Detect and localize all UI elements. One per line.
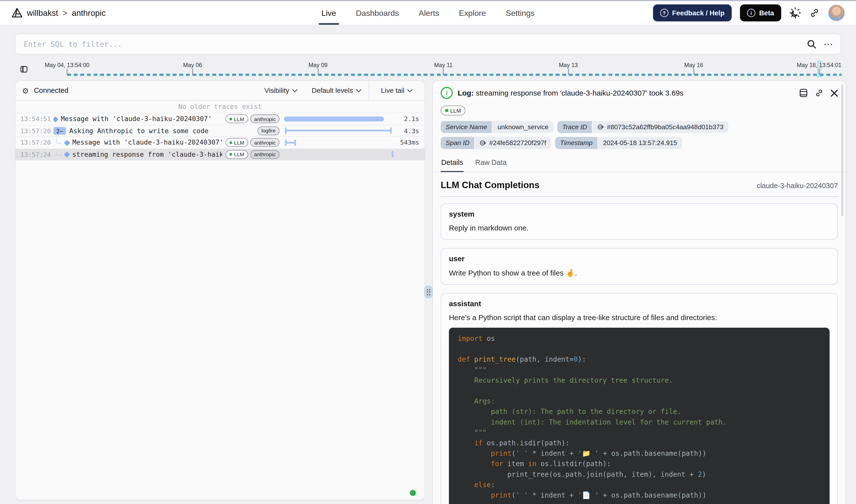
control-label: Live tail xyxy=(381,87,404,94)
trace-row[interactable]: 13:57:24streaming response from 'claude-… xyxy=(15,149,424,161)
timeline-tick-stem xyxy=(443,69,443,75)
reader-view-icon[interactable] xyxy=(799,89,807,97)
copy-link-icon[interactable] xyxy=(815,89,824,97)
tab-details[interactable]: Details xyxy=(441,156,464,172)
code-token: '📄 ' xyxy=(578,491,599,499)
breadcrumb-org[interactable]: willbakst xyxy=(27,8,58,18)
chevron-down-icon xyxy=(292,89,297,92)
code-token: path (str): The path to the directory or… xyxy=(458,408,681,416)
trace-row-main: Message with 'claude-3-haiku-20240307' xyxy=(53,115,223,123)
badge-label: anthropic xyxy=(254,151,276,157)
trace-message: Asking Anthropic to write some code xyxy=(69,127,209,135)
tag-badge: anthropic xyxy=(250,150,279,159)
llm-dot-icon xyxy=(230,118,232,120)
timeline-tick-label: May 06 xyxy=(183,61,202,68)
feedback-help-button[interactable]: ? Feedback / Help xyxy=(653,4,732,21)
code-line: import os xyxy=(458,333,821,344)
attr-chip-value[interactable]: #8073c52a62ffb9ba05c4aa948d01b373 xyxy=(593,121,729,133)
settings-gear-icon[interactable]: ⚙ xyxy=(22,86,29,95)
timeline-tick-stem xyxy=(67,69,67,75)
sql-filter-input[interactable] xyxy=(22,39,800,49)
code-line: for item in os.listdir(path): xyxy=(458,458,821,469)
nav-item-explore[interactable]: Explore xyxy=(459,1,486,25)
code-line xyxy=(458,344,821,354)
code-line: indent (int): The indentation level for … xyxy=(458,417,821,427)
detail-title-prefix: Log: xyxy=(458,89,474,97)
attribute-chips: Service Nameunknown_serviceTrace ID#8073… xyxy=(441,121,838,149)
code-line: Args: xyxy=(458,396,821,406)
badge-label: LLM xyxy=(234,151,244,157)
control-visibility[interactable]: Visibility xyxy=(257,81,305,100)
avatar[interactable] xyxy=(828,4,845,21)
duration-bar-track xyxy=(284,115,394,123)
code-token: * indent + xyxy=(528,491,578,499)
code-token: for xyxy=(491,460,503,468)
search-icon[interactable] xyxy=(807,39,816,49)
duration-bar-track xyxy=(284,127,394,134)
code-line: print(' ' * indent + '📄 ' + os.path.base… xyxy=(458,490,821,500)
code-token: print_tree(os.path.join(path, item), ind… xyxy=(458,470,698,478)
trace-list-panel: ⚙ Connected VisibilityDefault levelsLive… xyxy=(15,80,425,500)
control-live-tail[interactable]: Live tail xyxy=(368,81,424,100)
llm-badge: LLM xyxy=(226,150,248,159)
trace-message: streaming response from 'claude-3-haiku-… xyxy=(72,150,223,158)
trace-row[interactable]: 13:57:20Message with 'claude-3-haiku-202… xyxy=(15,137,424,149)
control-default-levels[interactable]: Default levels xyxy=(305,81,369,100)
detail-scrollbar-thumb[interactable] xyxy=(841,84,843,216)
chevron-down-icon xyxy=(407,89,413,92)
code-line: path (str): The path to the directory or… xyxy=(458,406,821,417)
more-options-icon[interactable]: ⋯ xyxy=(824,39,834,49)
trace-row-main: 2−Asking Anthropic to write some code xyxy=(53,127,254,135)
timeline-tick-stem xyxy=(568,69,569,75)
info-circle-icon: i xyxy=(747,9,755,17)
attr-chip-label: Span ID xyxy=(441,137,474,149)
tag-badge: anthropic xyxy=(250,138,279,147)
timeline-tick-stem xyxy=(192,69,193,75)
attr-chip-value[interactable]: #24fe5822720f297f xyxy=(475,137,551,149)
nav-item-live[interactable]: Live xyxy=(321,1,336,25)
timeline-tick-stem xyxy=(819,69,819,75)
trace-row[interactable]: 13:57:202−Asking Anthropic to write some… xyxy=(15,125,424,137)
trace-row[interactable]: 13:54:51Message with 'claude-3-haiku-202… xyxy=(15,113,424,125)
badge-label: logfire xyxy=(261,128,276,134)
detail-header: i Log: streaming response from 'claude-3… xyxy=(433,81,845,99)
message-role: system xyxy=(449,210,829,218)
tab-raw-data[interactable]: Raw Data xyxy=(475,156,507,172)
panel-resize-handle[interactable] xyxy=(424,285,433,299)
attr-chip-value-text: unknown_service xyxy=(497,123,548,131)
code-token xyxy=(458,491,491,499)
collapse-toggle[interactable]: 2− xyxy=(53,127,66,135)
duration-bar-cap xyxy=(285,140,286,146)
close-icon[interactable] xyxy=(831,89,838,96)
nav-item-dashboards[interactable]: Dashboards xyxy=(356,1,399,25)
code-token: + os.path.basename(path)) xyxy=(599,449,706,457)
attr-chip-value: 2024-05-18 13:57:24.915 xyxy=(598,137,682,149)
breadcrumb-project[interactable]: anthropic xyxy=(72,8,106,18)
trace-rows: 13:54:51Message with 'claude-3-haiku-202… xyxy=(15,113,424,161)
share-link-icon[interactable] xyxy=(809,8,820,18)
logfire-logo-icon[interactable] xyxy=(11,7,23,19)
app-header: willbakst > anthropic LiveDashboardsAler… xyxy=(0,1,856,25)
timeline-tick-label: May 13 xyxy=(559,61,578,68)
nav-item-settings[interactable]: Settings xyxy=(506,1,535,25)
sidebar-toggle-button[interactable] xyxy=(17,62,31,76)
code-token xyxy=(458,449,491,457)
timeline[interactable]: May 04, 13:54:00May 06May 09May 11May 13… xyxy=(52,58,842,80)
code-token: ( xyxy=(511,491,516,499)
attr-chip-value-text: 2024-05-18 13:57:24.915 xyxy=(603,139,677,147)
nav-item-alerts[interactable]: Alerts xyxy=(419,1,439,25)
llm-tag-pill: LLM xyxy=(441,106,466,115)
theme-toggle-icon[interactable] xyxy=(789,7,801,19)
code-token: 2 xyxy=(698,470,702,478)
attr-chip-timestamp: Timestamp2024-05-18 13:57:24.915 xyxy=(555,137,682,149)
app: willbakst > anthropic LiveDashboardsAler… xyxy=(0,0,856,504)
llm-dot-icon xyxy=(445,109,448,112)
beta-button[interactable]: i Beta xyxy=(740,4,781,21)
message-card-system: systemReply in markdown one. xyxy=(441,203,838,240)
attr-chip-trace-id: Trace ID#8073c52a62ffb9ba05c4aa948d01b37… xyxy=(557,121,729,133)
code-token: else xyxy=(474,481,491,489)
control-label: Default levels xyxy=(312,87,353,94)
llm-badge: LLM xyxy=(226,138,248,147)
header-actions: ? Feedback / Help i Beta xyxy=(653,4,845,21)
empty-notice: No older traces exist xyxy=(15,101,424,113)
